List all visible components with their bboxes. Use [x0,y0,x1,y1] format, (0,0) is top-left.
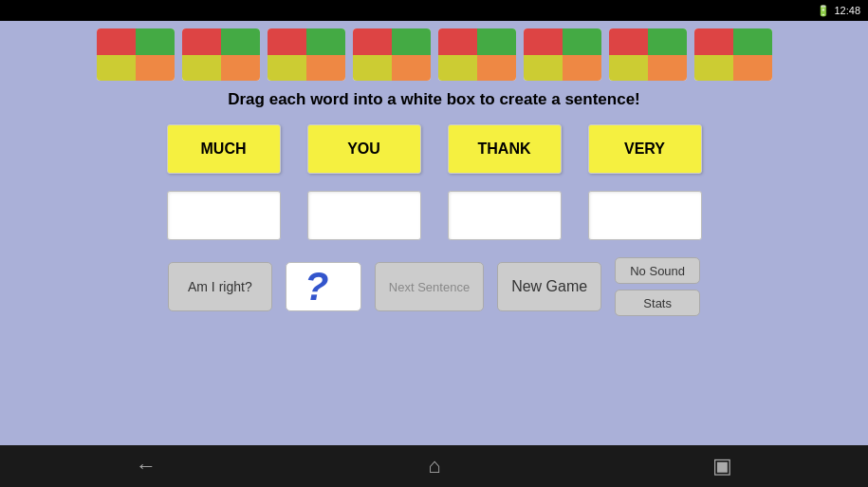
battery-icon: 🔋 [817,5,830,17]
drop-zone-1[interactable] [167,191,281,240]
block-2 [182,28,260,81]
svg-text:?: ? [305,266,328,308]
instruction-text: Drag each word into a white box to creat… [228,90,640,109]
question-mark-button[interactable]: ? [286,262,361,311]
block-1 [97,28,175,81]
time-display: 12:48 [834,5,860,16]
block-5 [438,28,516,81]
word-card-very[interactable]: VERY [588,124,702,174]
next-sentence-button[interactable]: Next Sentence [375,262,484,311]
block-3 [268,28,345,81]
am-i-right-button[interactable]: Am I right? [168,262,272,311]
recent-apps-button[interactable]: ▣ [712,454,732,478]
drop-zone-4[interactable] [588,191,702,240]
nav-bar: ← ⌂ ▣ [0,445,868,487]
word-card-thank[interactable]: THANK [448,124,562,174]
block-8 [694,28,772,81]
right-buttons-group: No Sound Stats [615,257,700,316]
status-bar: 🔋 12:48 [0,0,868,21]
drop-zones-row [167,191,702,240]
buttons-row: Am I right? ? Next Sentence New Game No … [9,257,859,316]
word-card-much[interactable]: MUCH [167,124,281,174]
game-area: Drag each word into a white box to creat… [0,21,868,445]
drop-zone-2[interactable] [307,191,421,240]
home-button[interactable]: ⌂ [428,454,440,478]
block-4 [353,28,431,81]
block-7 [609,28,687,81]
new-game-button[interactable]: New Game [497,262,601,311]
drop-zone-3[interactable] [448,191,562,240]
blocks-row [97,28,772,81]
no-sound-button[interactable]: No Sound [615,257,700,284]
words-row: MUCH YOU THANK VERY [167,124,702,174]
stats-button[interactable]: Stats [615,290,700,316]
back-button[interactable]: ← [136,454,157,478]
word-card-you[interactable]: YOU [307,124,421,174]
block-6 [524,28,601,81]
